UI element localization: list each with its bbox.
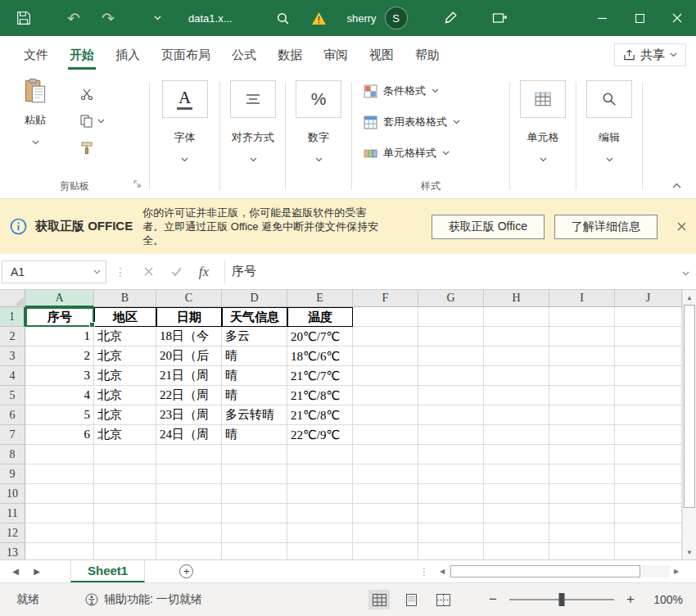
cell-G2[interactable] <box>418 327 484 346</box>
cell-H2[interactable] <box>484 327 549 346</box>
cell-H8[interactable] <box>484 445 549 464</box>
tab-help[interactable]: 帮助 <box>404 36 450 74</box>
cell-D6[interactable]: 多云转晴 <box>222 405 287 425</box>
cell-F11[interactable] <box>353 504 418 523</box>
view-normal-button[interactable] <box>368 590 390 609</box>
cell-D12[interactable] <box>222 523 287 543</box>
cell-A9[interactable] <box>25 464 94 484</box>
redo-button[interactable]: ↷ <box>100 11 116 26</box>
cell-F13[interactable] <box>353 543 418 559</box>
cell-B8[interactable] <box>94 445 156 464</box>
row-header-2[interactable]: 2 <box>0 327 25 346</box>
column-header-B[interactable]: B <box>94 290 156 307</box>
name-box[interactable]: A1 <box>2 260 106 283</box>
cell-F4[interactable] <box>353 366 418 386</box>
zoom-slider-thumb[interactable] <box>559 593 565 606</box>
cell-C13[interactable] <box>156 543 222 559</box>
cell-A13[interactable] <box>25 543 94 559</box>
minimize-button[interactable] <box>583 0 621 36</box>
view-page-layout-button[interactable] <box>400 590 422 609</box>
scroll-down-arrow[interactable]: ▼ <box>683 546 696 559</box>
cell-F9[interactable] <box>353 464 418 484</box>
row-header-12[interactable]: 12 <box>0 523 25 543</box>
number-group-button[interactable]: % 数字 <box>286 80 351 165</box>
formula-splitter[interactable]: ⋮ <box>115 265 126 279</box>
sheet-nav-left-arrow[interactable]: ◀ <box>5 567 26 576</box>
cell-B3[interactable]: 北京 <box>94 346 156 366</box>
scroll-up-arrow[interactable]: ▲ <box>683 291 696 304</box>
cell-E10[interactable] <box>287 484 353 504</box>
zoom-out-button[interactable]: − <box>486 591 499 608</box>
cell-I9[interactable] <box>549 464 615 484</box>
cell-E3[interactable]: 18℃/6℃ <box>287 346 353 366</box>
tab-review[interactable]: 审阅 <box>313 36 359 74</box>
cell-J11[interactable] <box>615 504 682 523</box>
vertical-scroll-thumb[interactable] <box>684 305 695 508</box>
collapse-ribbon-button[interactable] <box>672 177 681 192</box>
cell-F12[interactable] <box>353 523 418 543</box>
cancel-button[interactable] <box>134 267 162 276</box>
cell-G12[interactable] <box>418 523 484 543</box>
cell-C4[interactable]: 21日（周 <box>156 366 222 386</box>
paste-button[interactable]: 粘贴 <box>10 79 61 148</box>
cell-I6[interactable] <box>549 405 615 425</box>
cell-C8[interactable] <box>156 445 222 464</box>
vertical-scrollbar[interactable]: ▲ ▼ <box>682 290 696 559</box>
cell-D9[interactable] <box>222 464 287 484</box>
cell-G11[interactable] <box>418 504 484 523</box>
cell-B7[interactable]: 北京 <box>94 425 156 445</box>
cell-I10[interactable] <box>549 484 615 504</box>
tab-file[interactable]: 文件 <box>13 36 59 74</box>
cell-I12[interactable] <box>549 523 615 543</box>
select-all-corner[interactable] <box>0 290 25 307</box>
row-header-3[interactable]: 3 <box>0 346 25 366</box>
cell-H13[interactable] <box>484 543 549 559</box>
cell-F1[interactable] <box>353 307 418 327</box>
cell-I1[interactable] <box>549 307 615 327</box>
row-header-9[interactable]: 9 <box>0 464 25 484</box>
close-button[interactable] <box>658 0 696 36</box>
copy-button[interactable] <box>80 114 105 129</box>
cell-H11[interactable] <box>484 504 549 523</box>
zoom-slider[interactable] <box>509 599 614 600</box>
tab-view[interactable]: 视图 <box>359 36 404 74</box>
ink-button[interactable] <box>442 11 459 25</box>
hscroll-left-arrow[interactable]: ◀ <box>436 568 449 575</box>
tab-scrollbar-splitter[interactable]: ⋮ <box>419 566 429 578</box>
cell-I11[interactable] <box>549 504 615 523</box>
new-sheet-button[interactable]: + <box>179 564 193 578</box>
license-warning-button[interactable] <box>310 11 327 25</box>
cell-B13[interactable] <box>94 543 156 559</box>
cell-C2[interactable]: 18日（今 <box>156 327 222 346</box>
column-header-A[interactable]: A <box>25 290 94 307</box>
cell-H3[interactable] <box>484 346 549 366</box>
cell-A5[interactable]: 4 <box>25 386 94 405</box>
column-header-J[interactable]: J <box>615 290 682 307</box>
cell-A1[interactable]: 序号 <box>25 307 94 327</box>
cell-E9[interactable] <box>287 464 353 484</box>
cell-G8[interactable] <box>418 445 484 464</box>
cell-C10[interactable] <box>156 484 222 504</box>
row-header-10[interactable]: 10 <box>0 484 25 504</box>
alignment-group-button[interactable]: 对齐方式 <box>220 80 286 165</box>
maximize-button[interactable] <box>621 0 658 36</box>
cell-A6[interactable]: 5 <box>25 405 94 425</box>
cell-D1[interactable]: 天气信息 <box>222 307 287 327</box>
cell-B10[interactable] <box>94 484 156 504</box>
cell-C5[interactable]: 22日（周 <box>156 386 222 405</box>
cell-I8[interactable] <box>549 445 615 464</box>
tab-formulas[interactable]: 公式 <box>221 36 267 74</box>
cell-F6[interactable] <box>353 405 418 425</box>
cell-G10[interactable] <box>418 484 484 504</box>
cell-J1[interactable] <box>615 307 682 327</box>
cell-G4[interactable] <box>418 366 484 386</box>
font-group-button[interactable]: A 字体 <box>150 80 219 165</box>
cell-J6[interactable] <box>615 405 682 425</box>
formula-input[interactable]: 序号 <box>232 264 682 279</box>
format-as-table-button[interactable]: 套用表格格式 <box>364 115 460 129</box>
cell-A10[interactable] <box>25 484 94 504</box>
zoom-level[interactable]: 100% <box>647 593 683 606</box>
cell-J10[interactable] <box>615 484 682 504</box>
cell-C3[interactable]: 20日（后 <box>156 346 222 366</box>
column-header-G[interactable]: G <box>418 290 484 307</box>
